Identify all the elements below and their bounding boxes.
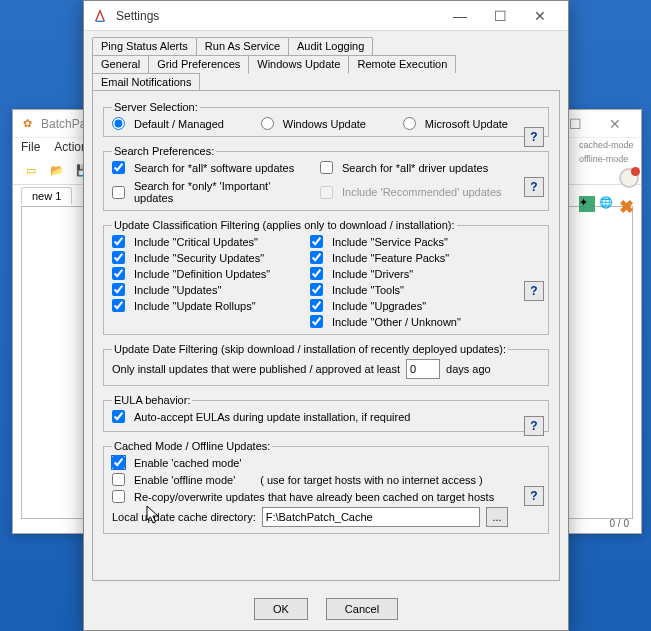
help-button-search[interactable]: ?	[524, 177, 544, 197]
check-tools[interactable]: Include "Tools"	[310, 283, 508, 296]
check-service-packs[interactable]: Include "Service Packs"	[310, 235, 508, 248]
legend-cached: Cached Mode / Offline Updates:	[112, 440, 272, 452]
group-eula: EULA behavior: Auto-accept EULAs during …	[103, 394, 549, 432]
date-filter-label-pre: Only install updates that were published…	[112, 363, 400, 375]
side-badge-icon	[619, 168, 639, 188]
back-tab-new1[interactable]: new 1	[21, 187, 72, 204]
tab-windows-update[interactable]: Windows Update	[248, 55, 349, 74]
dialog-footer: OK Cancel	[84, 590, 568, 630]
check-feature-packs[interactable]: Include "Feature Packs"	[310, 251, 508, 264]
group-date-filtering: Update Date Filtering (skip download / i…	[103, 343, 549, 386]
side-tool-2-icon[interactable]: 🌐	[599, 196, 615, 212]
batchpatch-icon: ✿	[19, 116, 35, 132]
browse-cache-dir-button[interactable]: ...	[486, 507, 508, 527]
check-recopy-overwrite[interactable]: Re-copy/overwrite updates that have alre…	[112, 490, 508, 503]
toolbar-open-icon[interactable]: 📂	[47, 160, 67, 180]
legend-eula: EULA behavior:	[112, 394, 192, 406]
dialog-minimize-icon[interactable]: ―	[440, 5, 480, 27]
check-definition[interactable]: Include "Definition Updates"	[112, 267, 310, 280]
menu-file[interactable]: File	[21, 140, 40, 154]
dialog-title: Settings	[116, 9, 159, 23]
check-rollups[interactable]: Include "Update Rollups"	[112, 299, 310, 312]
dialog-close-icon[interactable]: ✕	[520, 5, 560, 27]
radio-default-managed[interactable]: Default / Managed	[112, 117, 224, 130]
legend-classification: Update Classification Filtering (applies…	[112, 219, 457, 231]
tab-remote-execution[interactable]: Remote Execution	[348, 55, 456, 73]
cancel-button[interactable]: Cancel	[326, 598, 398, 620]
help-button-cached[interactable]: ?	[524, 486, 544, 506]
side-label-offline: offline-mode	[579, 154, 628, 164]
tab-grid-preferences[interactable]: Grid Preferences	[148, 55, 249, 73]
side-tool-1-icon[interactable]: ✦	[579, 196, 595, 212]
close-icon[interactable]: ✕	[595, 113, 635, 135]
check-all-software[interactable]: Search for *all* software updates	[112, 161, 300, 174]
check-auto-accept-eula[interactable]: Auto-accept EULAs during update installa…	[112, 410, 410, 423]
settings-app-icon	[92, 8, 108, 24]
check-updates[interactable]: Include "Updates"	[112, 283, 310, 296]
side-panel: cached-mode offline-mode ✦ 🌐 ✖	[579, 140, 639, 212]
radio-microsoft-update[interactable]: Microsoft Update	[403, 117, 508, 130]
cache-dir-input[interactable]	[262, 507, 480, 527]
tab-email-notifications[interactable]: Email Notifications	[92, 73, 200, 91]
legend-server-selection: Server Selection:	[112, 101, 200, 113]
dialog-titlebar: Settings ― ☐ ✕	[84, 1, 568, 31]
check-include-recommended: Include 'Recommended' updates	[320, 180, 508, 204]
tab-ping-status[interactable]: Ping Status Alerts	[92, 37, 197, 55]
check-only-important[interactable]: Search for *only* 'Important' updates	[112, 180, 300, 204]
ok-button[interactable]: OK	[254, 598, 308, 620]
group-cached-mode: Cached Mode / Offline Updates: Enable 'c…	[103, 440, 549, 534]
offline-note: ( use for target hosts with no internet …	[260, 474, 483, 486]
tab-run-as-service[interactable]: Run As Service	[196, 37, 289, 55]
group-server-selection: Server Selection: Default / Managed Wind…	[103, 101, 549, 137]
check-drivers[interactable]: Include "Drivers"	[310, 267, 508, 280]
check-critical[interactable]: Include "Critical Updates"	[112, 235, 310, 248]
group-classification: Update Classification Filtering (applies…	[103, 219, 549, 335]
date-filter-label-post: days ago	[446, 363, 491, 375]
side-tool-3-icon[interactable]: ✖	[619, 196, 635, 212]
radio-windows-update[interactable]: Windows Update	[261, 117, 366, 130]
help-button-eula[interactable]: ?	[524, 416, 544, 436]
back-status: 0 / 0	[610, 518, 629, 529]
toolbar-new-icon[interactable]: ▭	[21, 160, 41, 180]
help-button-classification[interactable]: ?	[524, 281, 544, 301]
check-enable-offline[interactable]: Enable 'offline mode'	[112, 473, 235, 486]
check-all-driver[interactable]: Search for *all* driver updates	[320, 161, 508, 174]
tab-general[interactable]: General	[92, 55, 149, 73]
cache-dir-label: Local update cache directory:	[112, 511, 256, 523]
side-label-cached: cached-mode	[579, 140, 634, 150]
days-ago-input[interactable]	[406, 359, 440, 379]
check-other[interactable]: Include "Other / Unknown"	[310, 315, 508, 328]
help-button-server[interactable]: ?	[524, 127, 544, 147]
check-security[interactable]: Include "Security Updates"	[112, 251, 310, 264]
legend-date-filtering: Update Date Filtering (skip download / i…	[112, 343, 508, 355]
group-search-preferences: Search Preferences: Search for *all* sof…	[103, 145, 549, 211]
settings-dialog: Settings ― ☐ ✕ Ping Status Alerts Run As…	[83, 0, 569, 631]
tab-strip: Ping Status Alerts Run As Service Audit …	[84, 31, 568, 91]
tab-panel-windows-update: Server Selection: Default / Managed Wind…	[92, 90, 560, 581]
tab-audit-logging[interactable]: Audit Logging	[288, 37, 373, 55]
dialog-maximize-icon[interactable]: ☐	[480, 5, 520, 27]
check-upgrades[interactable]: Include "Upgrades"	[310, 299, 508, 312]
check-enable-cached[interactable]: Enable 'cached mode'	[112, 456, 508, 469]
legend-search-prefs: Search Preferences:	[112, 145, 216, 157]
